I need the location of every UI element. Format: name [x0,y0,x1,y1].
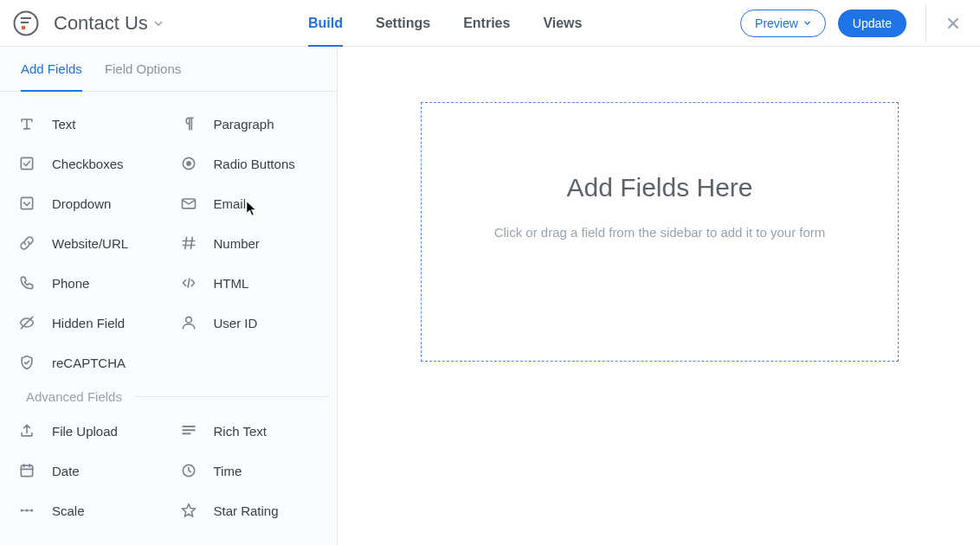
field-item-label: File Upload [52,424,118,439]
field-item-label: Website/URL [52,236,128,251]
field-item-label: Date [52,464,80,478]
upload-icon [17,421,36,440]
email-icon [179,194,198,213]
field-item-label: Dropdown [52,196,111,211]
field-item-label: Hidden Field [52,316,125,330]
svg-rect-8 [21,465,32,477]
caret-down-icon [803,19,811,27]
svg-rect-5 [21,197,32,208]
field-item-label: HTML [214,276,249,291]
svg-point-7 [185,317,191,323]
field-item-text[interactable]: Text [9,104,167,144]
field-item-date[interactable]: Date [9,451,167,490]
user-icon [179,313,198,332]
svg-rect-2 [21,157,32,169]
divider [134,396,328,397]
field-item-file-upload[interactable]: File Upload [9,411,167,451]
body: Add Fields Field Options TextParagraphCh… [0,47,980,545]
svg-rect-1 [22,26,25,29]
number-icon [179,234,198,253]
field-item-label: Star Rating [214,503,279,518]
update-button[interactable]: Update [838,10,906,37]
field-item-html[interactable]: HTML [171,263,329,303]
field-item-label: Text [52,117,76,131]
recaptcha-icon [17,353,36,372]
field-item-label: Time [214,464,242,478]
field-item-hidden-field[interactable]: Hidden Field [9,303,167,343]
preview-button-label: Preview [755,16,798,30]
text-icon [17,114,36,133]
star-icon [179,501,198,520]
drop-zone[interactable]: Add Fields Here Click or drag a field fr… [421,102,899,362]
tab-settings[interactable]: Settings [376,0,430,47]
basic-fields: TextParagraphCheckboxesRadio ButtonsDrop… [9,104,328,382]
field-item-scale[interactable]: Scale [9,490,167,530]
field-item-label: reCAPTCHA [52,356,126,370]
html-icon [179,273,198,292]
time-icon [179,461,198,480]
field-item-rich-text[interactable]: Rich Text [171,411,329,451]
header-actions: Preview Update [740,4,964,42]
field-item-number[interactable]: Number [171,223,329,263]
field-item-label: Radio Buttons [214,157,295,171]
phone-icon [17,273,36,292]
field-item-star-rating[interactable]: Star Rating [171,490,329,530]
form-title-dropdown[interactable]: Contact Us [54,12,164,35]
url-icon [17,234,36,253]
tab-build[interactable]: Build [308,0,343,47]
sidebar-tab-add-fields[interactable]: Add Fields [21,47,82,92]
update-button-label: Update [853,16,892,30]
dropdown-icon [17,194,36,213]
field-item-label: Number [214,236,260,251]
field-item-label: Paragraph [214,117,274,131]
checkbox-icon [17,154,36,173]
field-item-radio-buttons[interactable]: Radio Buttons [171,144,329,183]
advanced-fields-heading-label: Advanced Fields [26,389,122,404]
field-item-label: Phone [52,276,89,291]
svg-point-4 [186,161,191,166]
close-icon [945,16,961,31]
field-item-time[interactable]: Time [171,451,329,490]
field-item-label: Email [214,196,247,211]
field-item-website-url[interactable]: Website/URL [9,223,167,263]
date-icon [17,461,36,480]
drop-zone-title: Add Fields Here [566,173,752,202]
field-item-phone[interactable]: Phone [9,263,167,303]
form-title: Contact Us [54,12,148,35]
radio-icon [179,154,198,173]
field-item-label: Rich Text [214,424,267,439]
advanced-fields-heading: Advanced Fields [9,389,328,404]
sidebar-body: TextParagraphCheckboxesRadio ButtonsDrop… [0,92,337,545]
canvas: Add Fields Here Click or drag a field fr… [338,47,980,545]
advanced-fields: File UploadRich TextDateTimeScaleStar Ra… [9,411,328,530]
tab-views[interactable]: Views [543,0,582,47]
paragraph-icon [179,114,198,133]
field-item-dropdown[interactable]: Dropdown [9,183,167,223]
field-item-checkboxes[interactable]: Checkboxes [9,144,167,183]
divider [925,4,926,42]
sidebar-tabs: Add Fields Field Options [0,47,337,92]
preview-button[interactable]: Preview [740,10,826,37]
hidden-icon [17,313,36,332]
sidebar: Add Fields Field Options TextParagraphCh… [0,47,338,545]
field-item-paragraph[interactable]: Paragraph [171,104,329,144]
richtext-icon [179,421,198,440]
scale-icon [17,501,36,520]
field-item-label: Checkboxes [52,157,124,171]
caret-down-icon [153,18,164,29]
sidebar-tab-field-options[interactable]: Field Options [105,47,181,92]
main-tabs: Build Settings Entries Views [308,0,582,47]
field-item-user-id[interactable]: User ID [171,303,329,343]
app-header: Contact Us Build Settings Entries Views … [0,0,980,47]
tab-entries[interactable]: Entries [463,0,510,47]
field-item-label: User ID [214,316,258,330]
field-item-label: Scale [52,503,85,518]
field-item-email[interactable]: Email [171,183,329,223]
drop-zone-subtitle: Click or drag a field from the sidebar t… [494,225,826,240]
close-button[interactable] [942,12,964,35]
app-logo [12,10,40,37]
field-item-recaptcha[interactable]: reCAPTCHA [9,343,167,382]
